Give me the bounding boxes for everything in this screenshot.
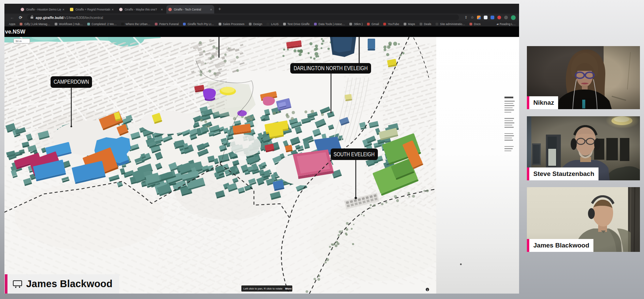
svg-text:DARLINGTON NORTH EVELEIGH: DARLINGTON NORTH EVELEIGH bbox=[294, 65, 368, 71]
svg-text:More: More bbox=[285, 287, 292, 290]
svg-text:SOUTH EVELEIGH: SOUTH EVELEIGH bbox=[334, 152, 375, 157]
svg-text:50 m: 50 m bbox=[16, 40, 22, 43]
svg-text:CAMPERDOWN: CAMPERDOWN bbox=[54, 79, 89, 85]
svg-text:←: ← bbox=[430, 145, 435, 151]
svg-text:Left click to pan, R click to: Left click to pan, R click to rotate bbox=[243, 287, 283, 290]
